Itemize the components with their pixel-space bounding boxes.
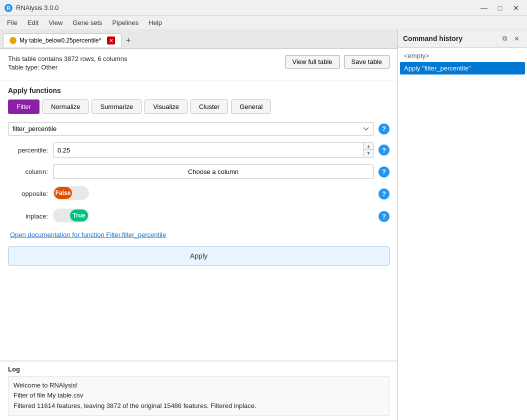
opposite-toggle-wrap: False [53, 186, 374, 202]
percentile-input[interactable] [54, 143, 364, 157]
window-close-button[interactable]: ✕ [509, 1, 523, 15]
percentile-help-button[interactable]: ? [378, 144, 390, 156]
column-row: column: Choose a column ? [8, 164, 390, 179]
log-title: Log [8, 366, 390, 373]
func-tab-visualize[interactable]: Visualize [144, 100, 188, 114]
menu-bar: File Edit View Gene sets Pipelines Help [0, 16, 527, 30]
tab-close-button[interactable]: ✕ [107, 36, 115, 44]
column-label: column: [8, 168, 48, 176]
tab-label: My table_below0.25percentile* [20, 37, 101, 44]
opposite-help-button[interactable]: ? [378, 188, 390, 200]
number-spinners: ▲ ▼ [364, 143, 373, 157]
menu-help[interactable]: Help [144, 17, 167, 28]
window-controls: — □ ✕ [477, 1, 523, 15]
cmd-list: <empty> Apply "filter_percentile" [398, 48, 527, 76]
opposite-label: opposite: [8, 190, 48, 198]
left-panel: My table_below0.25percentile* ✕ + This t… [0, 30, 398, 420]
menu-edit[interactable]: Edit [22, 17, 44, 28]
spinner-down-button[interactable]: ▼ [364, 150, 373, 157]
function-select-wrap: filter_percentile [8, 122, 374, 136]
inplace-row: inplace: True ? [8, 208, 390, 224]
inplace-label: inplace: [8, 212, 48, 220]
column-btn-wrap: Choose a column [53, 164, 374, 179]
menu-view[interactable]: View [44, 17, 68, 28]
func-tab-filter[interactable]: Filter [8, 100, 40, 114]
minimize-button[interactable]: — [477, 1, 491, 15]
function-select-row: filter_percentile ? [8, 122, 390, 136]
inplace-toggle-knob: True [70, 210, 88, 222]
cmd-restore-button[interactable]: ⧉ [499, 33, 510, 44]
function-help-button[interactable]: ? [378, 124, 390, 134]
opposite-toggle[interactable]: False [53, 186, 89, 200]
cmd-header-controls: ⧉ ✕ [499, 33, 522, 44]
table-type: Table type: Other [8, 64, 285, 71]
menu-pipelines[interactable]: Pipelines [108, 17, 144, 28]
log-section: Log Welcome to RNAlysis! Filter of file … [0, 361, 398, 420]
apply-functions-title: Apply functions [8, 86, 390, 94]
percentile-input-wrap: ▲ ▼ [53, 142, 374, 158]
choose-column-button[interactable]: Choose a column [53, 164, 374, 179]
svg-text:R: R [6, 6, 10, 11]
cmd-history-header: Command history ⧉ ✕ [398, 30, 527, 48]
column-help-button[interactable]: ? [378, 166, 390, 178]
cmd-close-button[interactable]: ✕ [511, 33, 522, 44]
log-line-1: Filter of file My table.csv [14, 390, 384, 401]
add-tab-button[interactable]: + [122, 36, 135, 45]
function-select[interactable]: filter_percentile [8, 122, 374, 136]
app-icon: R [4, 4, 13, 12]
tab-icon [10, 37, 16, 44]
app-title: RNAlysis 3.0.0 [16, 4, 477, 12]
percentile-label: percentile: [8, 146, 48, 154]
inplace-help-button[interactable]: ? [378, 211, 390, 222]
opposite-toggle-knob: False [54, 187, 72, 199]
function-tabs: Filter Normalize Summarize Visualize Clu… [8, 100, 390, 114]
top-content: This table contains 3872 rows, 6 columns… [0, 49, 398, 80]
log-line-2: Filtered 11614 features, leaving 3872 of… [14, 401, 384, 412]
save-table-button[interactable]: Save table [344, 55, 390, 68]
cmd-history-title: Command history [403, 34, 462, 42]
main-layout: My table_below0.25percentile* ✕ + This t… [0, 30, 527, 420]
inplace-toggle[interactable]: True [53, 208, 89, 222]
maximize-button[interactable]: □ [493, 1, 507, 15]
apply-functions-panel: Apply functions Filter Normalize Summari… [0, 80, 398, 360]
table-rows-cols: This table contains 3872 rows, 6 columns [8, 55, 285, 62]
title-bar: R RNAlysis 3.0.0 — □ ✕ [0, 0, 527, 16]
log-line-0: Welcome to RNAlysis! [14, 380, 384, 391]
table-actions: View full table Save table [285, 55, 390, 68]
log-content: Welcome to RNAlysis! Filter of file My t… [8, 376, 390, 416]
tab-bar: My table_below0.25percentile* ✕ + [0, 30, 398, 49]
content-wrapper: This table contains 3872 rows, 6 columns… [0, 49, 398, 420]
cmd-item-0[interactable]: <empty> [400, 50, 525, 62]
command-history-panel: Command history ⧉ ✕ <empty> Apply "filte… [398, 30, 527, 420]
percentile-row: percentile: ▲ ▼ ? [8, 142, 390, 158]
spinner-up-button[interactable]: ▲ [364, 143, 373, 150]
top-info: This table contains 3872 rows, 6 columns… [8, 55, 285, 76]
func-tab-normalize[interactable]: Normalize [42, 100, 89, 114]
opposite-row: opposite: False ? [8, 186, 390, 202]
apply-button[interactable]: Apply [8, 246, 390, 266]
func-tab-cluster[interactable]: Cluster [190, 100, 228, 114]
tab-my-table[interactable]: My table_below0.25percentile* ✕ [3, 34, 122, 47]
func-tab-summarize[interactable]: Summarize [92, 100, 142, 114]
cmd-item-1[interactable]: Apply "filter_percentile" [400, 62, 525, 74]
func-tab-general[interactable]: General [231, 100, 271, 114]
view-full-table-button[interactable]: View full table [285, 55, 340, 68]
menu-file[interactable]: File [2, 17, 22, 28]
doc-link[interactable]: Open documentation for function Filter.f… [10, 231, 390, 238]
menu-gene-sets[interactable]: Gene sets [68, 17, 107, 28]
inplace-toggle-wrap: True [53, 208, 374, 224]
